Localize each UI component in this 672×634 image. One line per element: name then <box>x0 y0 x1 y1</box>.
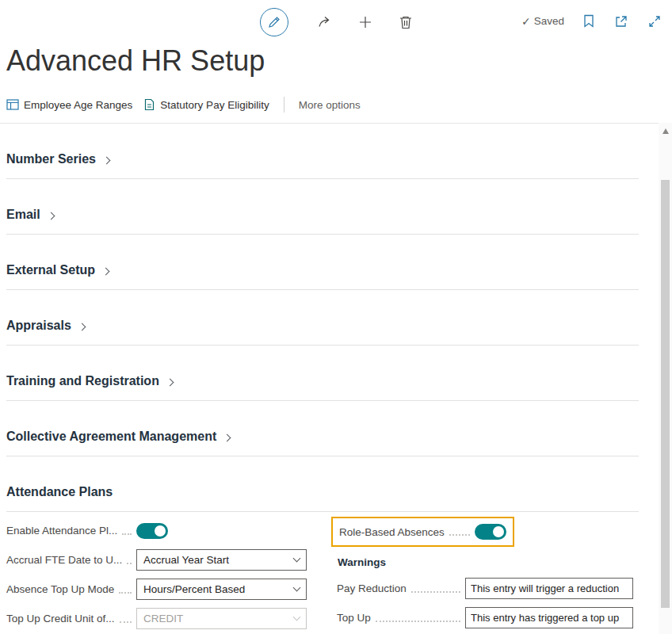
chevron-right-icon <box>223 433 231 441</box>
fasttab-email[interactable]: Email <box>6 206 639 223</box>
field-row-top-up-credit-unit: Top Up Credit Unit of... CREDIT <box>6 608 319 629</box>
chevron-right-icon <box>102 156 110 164</box>
combobox-value: Hours/Percent Based <box>143 583 294 595</box>
command-bar-right: ✓ Saved <box>521 13 662 29</box>
bookmark-button[interactable] <box>582 13 596 29</box>
section-divider <box>6 345 639 346</box>
chevron-right-icon <box>166 378 174 386</box>
dotted-leader <box>127 563 132 564</box>
section-divider <box>6 456 639 456</box>
action-label: Employee Age Ranges <box>24 99 132 111</box>
attendance-left-column: Enable Attendance Pl... Accrual FTE Date… <box>6 520 319 629</box>
chevron-right-icon <box>102 267 110 275</box>
dotted-leader <box>411 591 460 593</box>
dotted-leader <box>376 621 460 622</box>
edit-pencil-icon <box>260 8 288 36</box>
chevron-right-icon <box>78 323 86 330</box>
field-label: Enable Attendance Pl... <box>6 525 117 537</box>
fasttab-label: Appraisals <box>6 319 71 333</box>
section-divider <box>6 511 639 512</box>
accrual-fte-date-combobox[interactable]: Accrual Year Start <box>136 549 307 571</box>
share-button[interactable] <box>314 13 333 32</box>
saved-label: Saved <box>534 15 564 27</box>
fasttab-training-registration[interactable]: Training and Registration <box>6 372 639 390</box>
section-divider <box>6 178 639 179</box>
action-bar-wrap: Employee Age Ranges Statutory Pay Eligib… <box>0 78 672 124</box>
command-bar: ✓ Saved <box>0 0 672 41</box>
bookmark-icon <box>583 14 594 28</box>
action-label: Statutory Pay Eligibility <box>160 99 269 111</box>
warnings-heading: Warnings <box>338 556 645 570</box>
fasttab-label: Collective Agreement Management <box>6 430 216 444</box>
edit-button[interactable] <box>258 6 290 38</box>
combobox-value: CREDIT <box>143 613 294 624</box>
page-content: Number Series Email External Setup Appra… <box>0 151 672 631</box>
fasttab-label: Attendance Plans <box>6 485 113 499</box>
vertical-scrollbar[interactable] <box>659 123 672 634</box>
attendance-fields: Enable Attendance Pl... Accrual FTE Date… <box>6 520 639 631</box>
more-options-button[interactable]: More options <box>299 99 361 111</box>
top-up-input[interactable] <box>465 607 633 628</box>
plus-icon <box>358 15 372 29</box>
add-button[interactable] <box>357 13 374 31</box>
fasttab-appraisals[interactable]: Appraisals <box>6 317 639 334</box>
chevron-right-icon <box>47 212 55 220</box>
fasttab-label: Email <box>6 208 40 222</box>
open-in-window-button[interactable] <box>613 13 629 29</box>
fasttab-label: External Setup <box>6 263 95 277</box>
action-bar: Employee Age Ranges Statutory Pay Eligib… <box>6 97 672 113</box>
share-icon <box>315 14 331 30</box>
field-row-top-up: Top Up <box>337 607 633 628</box>
statutory-pay-icon <box>143 98 155 111</box>
field-label: Absence Top Up Mode <box>6 583 114 595</box>
dotted-leader <box>449 534 470 536</box>
combobox-value: Accrual Year Start <box>143 554 294 566</box>
field-label: Role-Based Absences <box>339 526 445 538</box>
age-ranges-icon <box>6 98 19 111</box>
field-row-accrual-fte-date: Accrual FTE Date to U... Accrual Year St… <box>6 549 319 571</box>
top-up-credit-unit-combobox: CREDIT <box>136 608 307 629</box>
chevron-down-icon <box>293 555 301 563</box>
pay-reduction-input[interactable] <box>465 578 633 599</box>
field-row-enable-attendance: Enable Attendance Pl... <box>6 520 319 541</box>
expand-button[interactable] <box>647 13 662 29</box>
field-label: Top Up Credit Unit of... <box>6 613 115 624</box>
dotted-leader <box>120 621 132 623</box>
fasttab-label: Training and Registration <box>6 374 159 388</box>
field-row-pay-reduction: Pay Reduction <box>337 578 633 599</box>
fasttab-label: Number Series <box>6 152 96 166</box>
field-label: Pay Reduction <box>337 582 407 594</box>
enable-attendance-toggle[interactable] <box>136 523 168 539</box>
employee-age-ranges-action[interactable]: Employee Age Ranges <box>6 98 132 111</box>
fasttab-collective-agreement[interactable]: Collective Agreement Management <box>6 428 639 445</box>
check-icon: ✓ <box>521 15 531 28</box>
page-title: Advanced HR Setup <box>6 44 672 78</box>
fasttab-attendance-plans[interactable]: Attendance Plans <box>6 483 639 501</box>
dotted-leader <box>119 592 132 594</box>
fasttab-external-setup[interactable]: External Setup <box>6 262 639 279</box>
attendance-right-column: Role-Based Absences Warnings Pay Reducti… <box>331 517 645 628</box>
field-label: Accrual FTE Date to U... <box>6 554 122 566</box>
role-based-absences-toggle[interactable] <box>475 524 506 540</box>
section-divider <box>6 234 639 235</box>
scrollbar-thumb[interactable] <box>661 180 670 608</box>
fasttab-number-series[interactable]: Number Series <box>6 151 639 168</box>
section-divider <box>6 400 639 401</box>
chevron-down-icon <box>293 613 301 621</box>
field-label: Top Up <box>337 612 371 624</box>
open-in-window-icon <box>615 15 628 28</box>
statutory-pay-eligibility-action[interactable]: Statutory Pay Eligibility <box>143 98 269 111</box>
scrollbar-up-arrow-icon[interactable] <box>662 128 669 134</box>
field-row-absence-top-up-mode: Absence Top Up Mode Hours/Percent Based <box>6 579 319 600</box>
saved-status: ✓ Saved <box>521 15 564 28</box>
section-divider <box>6 289 639 290</box>
absence-top-up-mode-combobox[interactable]: Hours/Percent Based <box>136 579 307 600</box>
expand-icon <box>648 15 661 28</box>
dotted-leader <box>122 533 132 535</box>
delete-button[interactable] <box>398 13 414 31</box>
chevron-down-icon <box>293 584 301 592</box>
role-based-absences-highlight: Role-Based Absences <box>331 517 514 547</box>
trash-icon <box>399 15 412 29</box>
action-bar-divider <box>284 97 284 113</box>
